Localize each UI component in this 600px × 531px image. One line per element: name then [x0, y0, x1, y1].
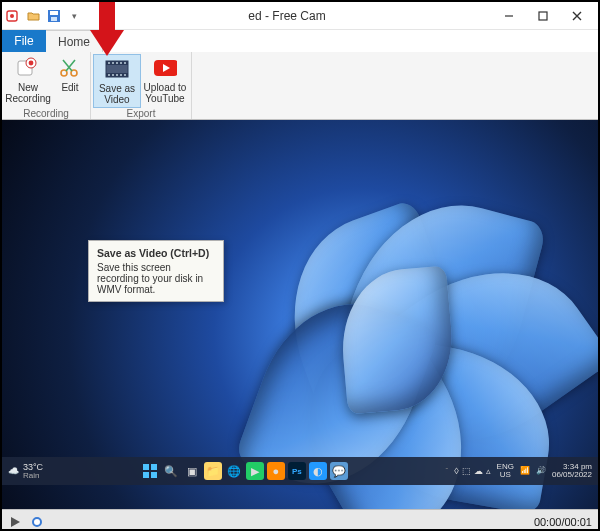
svg-rect-23 — [120, 74, 122, 76]
weather-icon: ☁️ — [8, 466, 19, 476]
tab-home[interactable]: Home — [46, 30, 103, 52]
svg-rect-30 — [151, 472, 157, 478]
player-bar: 00:00/00:01 — [2, 509, 598, 531]
taskbar-center: 🔍 ▣ 📁 🌐 ▶ ● Ps ◐ 💬 — [43, 462, 445, 480]
new-recording-button[interactable]: New Recording — [4, 54, 52, 108]
app-icon — [6, 8, 22, 24]
tooltip-body: Save this screen recording to your disk … — [97, 262, 203, 295]
recorded-taskbar: ☁️ 33°C Rain 🔍 ▣ 📁 🌐 ▶ ● Ps ◐ 💬 ˆ ◊ ⬚ ☁ — [2, 457, 598, 485]
save-as-video-label: Save as Video — [99, 83, 135, 105]
taskbar-tray: ˆ ◊ ⬚ ☁ ▵ ENG US 📶 🔊 3:34 pm 06/05/2022 — [445, 463, 592, 479]
svg-rect-29 — [143, 472, 149, 478]
close-button[interactable] — [560, 3, 594, 29]
svg-rect-4 — [51, 17, 57, 21]
tray-date: 06/05/2022 — [552, 471, 592, 479]
svg-rect-24 — [124, 74, 126, 76]
film-icon — [105, 57, 129, 81]
svg-rect-15 — [108, 62, 110, 64]
window-title: ed - Free Cam — [82, 9, 492, 23]
save-icon[interactable] — [46, 8, 62, 24]
svg-point-9 — [29, 61, 34, 66]
tray-icon: ☁ — [474, 467, 483, 476]
record-icon — [16, 56, 40, 80]
svg-rect-28 — [151, 464, 157, 470]
tab-file[interactable]: File — [2, 30, 46, 52]
svg-rect-3 — [50, 11, 58, 15]
tooltip: Save as Video (Ctrl+D) Save this screen … — [88, 240, 224, 302]
open-icon[interactable] — [26, 8, 42, 24]
scissors-icon — [58, 56, 82, 80]
wifi-icon: 📶 — [520, 467, 530, 475]
ribbon: New Recording Edit Recording Save as Vid… — [2, 52, 598, 120]
taskview-icon: ▣ — [183, 462, 201, 480]
group-recording: New Recording Edit Recording — [2, 52, 91, 119]
app-icon-2: ● — [267, 462, 285, 480]
svg-rect-6 — [539, 12, 547, 20]
edit-label: Edit — [61, 82, 78, 93]
player-time: 00:00/00:01 — [534, 516, 592, 528]
upload-youtube-button[interactable]: Upload to YouTube — [141, 54, 189, 108]
minimize-button[interactable] — [492, 3, 526, 29]
edit-button[interactable]: Edit — [52, 54, 88, 108]
svg-point-31 — [33, 518, 41, 526]
svg-rect-19 — [124, 62, 126, 64]
app-icon-3: ◐ — [309, 462, 327, 480]
tray-icon: ◊ — [454, 467, 458, 476]
maximize-button[interactable] — [526, 3, 560, 29]
taskbar-weather: ☁️ 33°C Rain — [8, 463, 43, 480]
start-icon — [141, 462, 159, 480]
preview-area: Save as Video (Ctrl+D) Save this screen … — [2, 120, 598, 509]
wallpaper — [2, 120, 598, 509]
svg-rect-20 — [108, 74, 110, 76]
volume-icon: 🔊 — [536, 467, 546, 475]
tray-icon: ▵ — [486, 467, 491, 476]
search-icon: 🔍 — [162, 462, 180, 480]
svg-rect-17 — [116, 62, 118, 64]
play-button[interactable] — [8, 515, 22, 529]
explorer-icon: 📁 — [204, 462, 222, 480]
edge-icon: 🌐 — [225, 462, 243, 480]
tooltip-title: Save as Video (Ctrl+D) — [97, 247, 215, 259]
ribbon-tabs: File Home — [2, 30, 598, 52]
new-recording-label: New Recording — [5, 82, 51, 104]
save-as-video-button[interactable]: Save as Video — [93, 54, 141, 108]
qat-dropdown-icon[interactable]: ▾ — [66, 8, 82, 24]
photoshop-icon: Ps — [288, 462, 306, 480]
quick-access-toolbar: ▾ — [6, 8, 82, 24]
svg-rect-16 — [112, 62, 114, 64]
tray-icon: ⬚ — [462, 467, 471, 476]
svg-rect-18 — [120, 62, 122, 64]
playhead-marker[interactable] — [30, 515, 44, 529]
youtube-icon — [153, 56, 177, 80]
upload-youtube-label: Upload to YouTube — [144, 82, 187, 104]
app-icon-4: 💬 — [330, 462, 348, 480]
tray-region: US — [497, 471, 514, 479]
svg-rect-21 — [112, 74, 114, 76]
svg-point-1 — [10, 14, 14, 18]
svg-rect-22 — [116, 74, 118, 76]
weather-label: Rain — [23, 472, 43, 480]
app-icon-1: ▶ — [246, 462, 264, 480]
title-bar: ▾ ed - Free Cam — [2, 2, 598, 30]
group-export: Save as Video Upload to YouTube Export — [91, 52, 192, 119]
svg-rect-27 — [143, 464, 149, 470]
